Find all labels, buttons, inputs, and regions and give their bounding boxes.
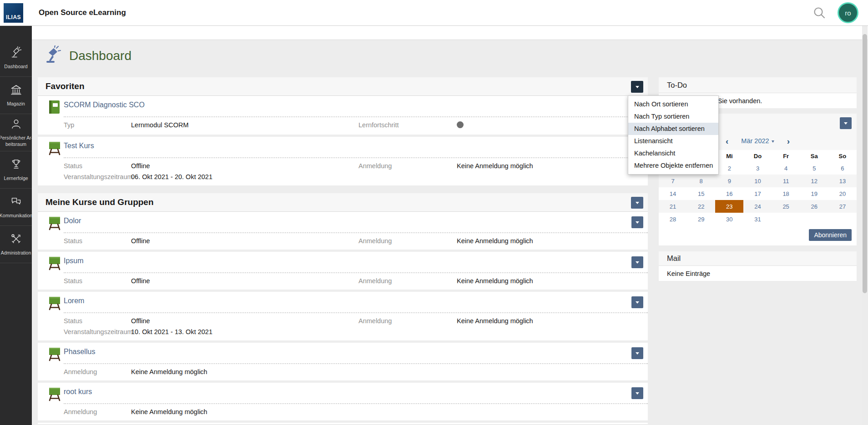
property-value <box>457 172 648 181</box>
menu-item[interactable]: Kachelansicht <box>628 147 718 160</box>
dotted-divider <box>64 157 648 158</box>
property-label <box>358 367 457 376</box>
calendar-day[interactable]: 15 <box>687 187 715 200</box>
calendar-day[interactable]: 12 <box>800 175 828 187</box>
property-value: Offline <box>131 161 358 170</box>
calendar-day[interactable]: 2 <box>715 162 743 175</box>
calendar-day[interactable]: 14 <box>659 187 687 200</box>
favorites-sort-dropdown-button[interactable] <box>631 81 643 93</box>
property-label: Veranstaltungszeitraum <box>64 172 131 181</box>
course-icon <box>48 141 61 157</box>
weekday-header: So <box>828 150 857 162</box>
calendar-day[interactable]: 6 <box>828 162 857 175</box>
mail-empty-message: Keine Einträge <box>659 266 857 281</box>
calendar-day[interactable]: 13 <box>828 175 857 187</box>
property-label: Anmeldung <box>358 161 457 170</box>
sidebar-item-label: Kommunikation <box>0 213 32 219</box>
calendar-day[interactable]: 26 <box>800 200 828 213</box>
calendar-day[interactable]: 11 <box>772 175 800 187</box>
object-title-link[interactable]: Phasellus <box>64 348 95 356</box>
list-item: DolorStatusOfflineAnmeldungKeine Anmeldu… <box>38 212 648 250</box>
property-value: 06. Okt 2021 - 20. Okt 2021 <box>131 172 358 181</box>
menu-item[interactable]: Nach Typ sortieren <box>628 110 718 123</box>
calendar-day[interactable]: 29 <box>687 213 715 225</box>
sort-dropdown-menu: Nach Ort sortierenNach Typ sortierenNach… <box>628 95 719 175</box>
main-menu-sidebar: DashboardMagazinPersönlicher Ar- beitsra… <box>0 26 32 425</box>
menu-item[interactable]: Listenansicht <box>628 135 718 147</box>
toolbar-strip <box>32 26 868 40</box>
calendar-day[interactable]: 25 <box>772 200 800 213</box>
calendar-day[interactable]: 10 <box>743 175 772 187</box>
sidebar-item-kommunikation[interactable]: Kommunikation <box>0 189 32 226</box>
scrollbar-track[interactable] <box>862 26 868 425</box>
scrollbar-thumb[interactable] <box>863 34 867 293</box>
calendar-empty-cell <box>772 213 800 225</box>
calendar-day[interactable]: 18 <box>772 187 800 200</box>
prev-month-button[interactable]: ‹ <box>726 138 728 145</box>
object-title-link[interactable]: SCORM Diagnostic SCO <box>64 101 145 109</box>
calendar-day[interactable]: 16 <box>715 187 743 200</box>
list-item: IpsumStatusOfflineAnmeldungKeine Anmeldu… <box>38 250 648 290</box>
object-title-link[interactable]: Dolor <box>64 217 81 225</box>
calendar-footer: Abonnieren <box>659 225 857 245</box>
item-actions-dropdown-button[interactable] <box>631 216 643 228</box>
object-title-link[interactable]: Ipsum <box>64 257 84 265</box>
menu-item[interactable]: Nach Alphabet sortieren <box>628 123 718 135</box>
courses-actions-dropdown-button[interactable] <box>631 197 643 209</box>
calendar-day[interactable]: 23 <box>715 200 743 213</box>
calendar-day[interactable]: 4 <box>772 162 800 175</box>
sidebar-item-administration[interactable]: Administration <box>0 226 32 263</box>
item-actions-dropdown-button[interactable] <box>631 296 643 308</box>
avatar[interactable]: ro <box>838 2 858 23</box>
property-value <box>457 327 648 336</box>
property-value <box>457 367 648 376</box>
dashboard-lamp-icon <box>43 45 61 66</box>
courses-title: Meine Kurse und Gruppen <box>45 197 154 207</box>
object-title-link[interactable]: Test Kurs <box>64 142 94 150</box>
calendar-day[interactable]: 7 <box>659 175 687 187</box>
calendar-day[interactable]: 5 <box>800 162 828 175</box>
calendar-day[interactable]: 30 <box>715 213 743 225</box>
sidebar-item-persoenlicher-arbeitsraum[interactable]: Persönlicher Ar- beitsraum <box>0 114 32 151</box>
calendar-day[interactable]: 31 <box>743 213 772 225</box>
next-month-button[interactable]: › <box>787 138 790 145</box>
calendar-day[interactable]: 9 <box>715 175 743 187</box>
calendar-day[interactable]: 20 <box>828 187 857 200</box>
item-actions-dropdown-button[interactable] <box>631 347 643 359</box>
menu-item[interactable]: Nach Ort sortieren <box>628 98 718 110</box>
item-actions-dropdown-button[interactable] <box>631 387 643 399</box>
sidebar-item-lernerfolge[interactable]: Lernerfolge <box>0 151 32 189</box>
calendar-empty-cell <box>800 213 828 225</box>
property-label: Status <box>64 236 131 245</box>
top-bar: ILIAS Open Source eLearning ro <box>0 0 868 26</box>
month-select[interactable]: Mär 2022 <box>741 137 774 145</box>
calendar-day[interactable]: 19 <box>800 187 828 200</box>
course-icon <box>48 347 61 363</box>
calendar-day[interactable]: 3 <box>743 162 772 175</box>
calendar-day[interactable]: 22 <box>687 200 715 213</box>
property-label: Anmeldung <box>358 236 457 245</box>
search-icon[interactable] <box>812 6 826 20</box>
calendar-day[interactable]: 28 <box>659 213 687 225</box>
ilias-logo[interactable]: ILIAS <box>4 3 23 23</box>
calendar-day[interactable]: 8 <box>687 175 715 187</box>
course-icon <box>48 216 61 232</box>
calendar-day[interactable]: 27 <box>828 200 857 213</box>
property-label: Anmeldung <box>64 407 131 416</box>
subscribe-button[interactable]: Abonnieren <box>809 229 852 241</box>
sidebar-item-magazin[interactable]: Magazin <box>0 77 32 114</box>
dotted-divider <box>64 272 648 273</box>
property-label <box>358 172 457 181</box>
object-title-link[interactable]: root kurs <box>64 388 92 396</box>
person-icon <box>10 118 22 132</box>
object-title-link[interactable]: Lorem <box>64 297 84 305</box>
item-actions-dropdown-button[interactable] <box>631 256 643 268</box>
sidebar-item-dashboard[interactable]: Dashboard <box>0 40 32 77</box>
calendar-day[interactable]: 17 <box>743 187 772 200</box>
menu-item[interactable]: Mehrere Objekte entfernen <box>628 160 718 172</box>
property-label: Typ <box>64 120 131 130</box>
calendar-day[interactable]: 24 <box>743 200 772 213</box>
calendar-day[interactable]: 21 <box>659 200 687 213</box>
calendar-options-dropdown-button[interactable] <box>840 117 852 129</box>
property-label: Anmeldung <box>358 276 457 285</box>
